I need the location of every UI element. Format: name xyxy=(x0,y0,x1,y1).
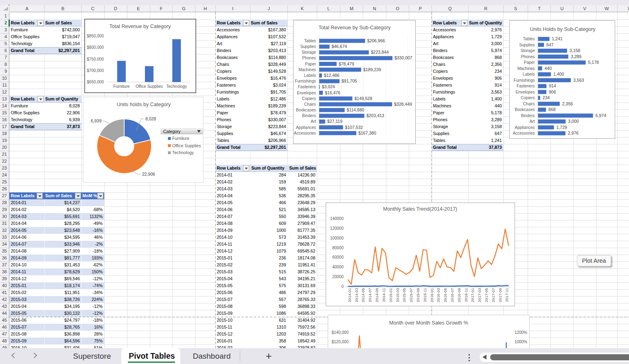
svg-text:440: 440 xyxy=(545,66,552,71)
svg-text:Supplies: Supplies xyxy=(300,44,316,49)
svg-text:100000: 100000 xyxy=(330,236,344,240)
svg-text:3,158: 3,158 xyxy=(570,48,580,53)
svg-text:Fasteners: Fasteners xyxy=(517,84,535,88)
svg-text:$206,966: $206,966 xyxy=(367,38,385,43)
svg-text:Furnishings: Furnishings xyxy=(295,79,316,83)
svg-text:1000%: 1000% xyxy=(515,340,527,344)
svg-text:Machines: Machines xyxy=(517,66,535,71)
svg-text:2017-01: 2017-01 xyxy=(470,288,475,302)
svg-text:2015-09: 2015-09 xyxy=(416,288,420,302)
svg-text:2,356: 2,356 xyxy=(562,101,573,106)
svg-text:Office Supplies: Office Supplies xyxy=(136,84,163,89)
svg-text:5,178: 5,178 xyxy=(588,60,599,65)
svg-text:$3,024: $3,024 xyxy=(322,84,335,89)
svg-text:$850,000: $850,000 xyxy=(87,34,104,38)
svg-text:2015-07: 2015-07 xyxy=(409,288,413,302)
svg-text:2016-01: 2016-01 xyxy=(430,288,434,302)
svg-text:0: 0 xyxy=(341,284,344,289)
svg-text:906: 906 xyxy=(549,89,556,94)
svg-text:$750,000: $750,000 xyxy=(87,57,104,61)
svg-text:2015-11: 2015-11 xyxy=(423,288,427,302)
svg-text:Envelopes: Envelopes xyxy=(297,90,316,95)
svg-text:Envelopes: Envelopes xyxy=(516,90,535,94)
svg-text:$140,000: $140,000 xyxy=(332,330,349,335)
svg-text:Storage: Storage xyxy=(520,48,535,53)
svg-text:2017-11: 2017-11 xyxy=(505,288,509,302)
svg-text:Phones: Phones xyxy=(521,54,535,59)
svg-text:Total Revenue by Sub-Category: Total Revenue by Sub-Category xyxy=(318,24,391,30)
svg-text:2015-01: 2015-01 xyxy=(388,288,393,302)
svg-text:$120,000: $120,000 xyxy=(332,340,349,344)
svg-text:Office Supplies: Office Supplies xyxy=(172,143,201,148)
svg-text:Supplies: Supplies xyxy=(519,43,535,47)
svg-text:80000: 80000 xyxy=(332,246,344,250)
svg-text:Labels: Labels xyxy=(523,72,535,76)
svg-text:2017-09: 2017-09 xyxy=(498,288,502,302)
svg-text:$27,119: $27,119 xyxy=(327,119,342,124)
svg-text:3,289: 3,289 xyxy=(571,54,581,59)
svg-text:Furniture: Furniture xyxy=(113,84,129,89)
svg-text:647: 647 xyxy=(546,42,554,47)
svg-text:60000: 60000 xyxy=(332,255,344,259)
svg-text:5,974: 5,974 xyxy=(596,113,606,118)
svg-text:Category: Category xyxy=(163,129,181,134)
svg-text:Furnishings: Furnishings xyxy=(514,78,535,83)
svg-text:3,000: 3,000 xyxy=(568,119,579,124)
svg-text:Bookcases: Bookcases xyxy=(515,107,535,112)
svg-text:$107,532: $107,532 xyxy=(345,124,363,129)
svg-text:$330,007: $330,007 xyxy=(394,55,412,60)
svg-text:Accessories: Accessories xyxy=(294,131,316,135)
svg-text:2016-05: 2016-05 xyxy=(443,288,447,302)
svg-text:2016-11: 2016-11 xyxy=(464,288,468,302)
svg-text:$800,000: $800,000 xyxy=(87,45,104,50)
svg-text:$203,413: $203,413 xyxy=(366,113,384,118)
svg-text:Tables: Tables xyxy=(523,37,535,41)
svg-text:Monthly Sales Trend(2014-2017): Monthly Sales Trend(2014-2017) xyxy=(383,206,457,212)
svg-text:Bookcases: Bookcases xyxy=(296,108,316,112)
svg-text:$91,705: $91,705 xyxy=(342,78,357,83)
svg-text:Month over Month Sales Growth: Month over Month Sales Growth % xyxy=(389,320,468,326)
svg-text:Storage: Storage xyxy=(301,50,316,54)
svg-text:$16,476: $16,476 xyxy=(325,90,340,95)
svg-text:1,729: 1,729 xyxy=(557,125,567,130)
svg-text:Technology: Technology xyxy=(172,150,194,155)
svg-text:2014-07: 2014-07 xyxy=(368,288,372,302)
svg-text:2014-01: 2014-01 xyxy=(347,288,352,302)
svg-text:Units Holds by Sub-Category: Units Holds by Sub-Category xyxy=(530,26,596,32)
svg-text:1,400: 1,400 xyxy=(553,72,564,76)
svg-text:234: 234 xyxy=(543,95,550,100)
svg-text:$700,000: $700,000 xyxy=(87,68,104,73)
svg-text:Machines: Machines xyxy=(298,67,316,72)
svg-text:Technology: Technology xyxy=(167,84,187,89)
svg-text:Furniture: Furniture xyxy=(172,136,189,141)
svg-text:$46,674: $46,674 xyxy=(331,44,347,49)
svg-text:$223,844: $223,844 xyxy=(371,50,389,54)
svg-text:40000: 40000 xyxy=(332,265,344,269)
svg-text:Phones: Phones xyxy=(302,56,316,60)
svg-text:Units holds by Category: Units holds by Category xyxy=(117,101,171,107)
svg-text:8,028: 8,028 xyxy=(145,116,156,121)
svg-text:$328,449: $328,449 xyxy=(394,101,412,106)
svg-text:Accessories: Accessories xyxy=(513,131,535,135)
svg-text:6,939: 6,939 xyxy=(91,118,101,123)
svg-text:$12,486: $12,486 xyxy=(324,73,339,78)
svg-text:Binders: Binders xyxy=(521,113,535,118)
svg-text:Appliances: Appliances xyxy=(515,125,535,130)
svg-text:1200%: 1200% xyxy=(515,330,527,335)
svg-text:1,241: 1,241 xyxy=(552,36,563,41)
svg-text:2016-09: 2016-09 xyxy=(457,288,461,302)
svg-text:2015-03: 2015-03 xyxy=(395,288,400,302)
svg-text:2017-07: 2017-07 xyxy=(491,288,495,302)
svg-text:Fasteners: Fasteners xyxy=(298,85,316,89)
svg-text:22,906: 22,906 xyxy=(142,172,155,177)
svg-text:$189,239: $189,239 xyxy=(363,67,381,72)
svg-text:$650,000: $650,000 xyxy=(87,80,104,84)
svg-text:2014-09: 2014-09 xyxy=(375,288,379,302)
svg-text:$149,528: $149,528 xyxy=(354,96,372,100)
svg-text:2,976: 2,976 xyxy=(568,131,579,135)
svg-text:140000: 140000 xyxy=(330,216,344,221)
svg-text:2017-05: 2017-05 xyxy=(484,288,489,302)
svg-text:Chairs: Chairs xyxy=(304,102,316,106)
svg-text:Paper: Paper xyxy=(524,60,535,65)
svg-text:2015-05: 2015-05 xyxy=(402,288,406,302)
